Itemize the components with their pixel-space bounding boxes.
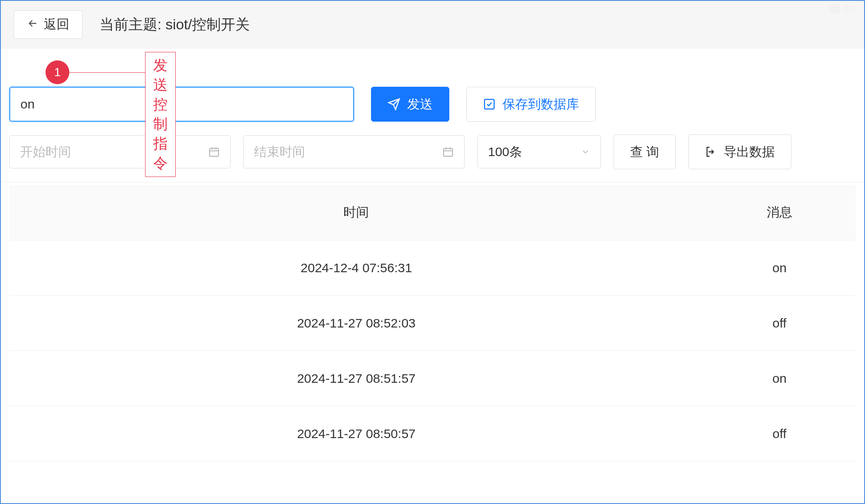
export-button[interactable]: 导出数据 [688, 134, 791, 169]
cell-time: 2024-11-27 08:50:57 [9, 427, 703, 441]
svg-rect-2 [210, 148, 219, 157]
table-row: 2024-11-27 08:50:57off [9, 406, 856, 461]
checkbox-icon [483, 98, 496, 111]
chevron-down-icon [581, 147, 590, 157]
calendar-icon [208, 146, 220, 158]
cell-message: off [703, 427, 856, 441]
send-icon [388, 98, 400, 111]
page-title: 当前主题: siot/控制开关 [100, 15, 250, 34]
cell-time: 2024-11-27 08:52:03 [9, 316, 703, 330]
query-button-label: 查 询 [630, 143, 659, 161]
watermark-text: DF [845, 3, 857, 14]
calendar-icon [442, 146, 454, 158]
end-date-placeholder: 结束时间 [254, 143, 305, 161]
start-date-placeholder: 开始时间 [20, 143, 71, 161]
message-header: 消息 [703, 204, 856, 221]
topic-prefix: 当前主题: [100, 16, 166, 32]
arrow-left-icon [27, 17, 39, 31]
filter-row: 开始时间 结束时间 100条 查 询 导出数据 [1, 130, 864, 182]
cell-message: off [703, 316, 856, 330]
table-row: 2024-12-4 07:56:31on [9, 240, 856, 296]
export-button-label: 导出数据 [724, 143, 775, 161]
watermark-logo: DF [829, 3, 857, 15]
start-date-input[interactable]: 开始时间 [9, 135, 231, 168]
limit-select-value: 100条 [488, 143, 522, 161]
command-input[interactable] [9, 87, 354, 122]
save-to-db-button[interactable]: 保存到数据库 [466, 87, 596, 122]
send-button-label: 发送 [407, 96, 433, 113]
data-table: 时间 消息 2024-12-4 07:56:31on2024-11-27 08:… [1, 185, 864, 461]
limit-select[interactable]: 100条 [477, 135, 601, 168]
cell-time: 2024-11-27 08:51:57 [9, 371, 703, 386]
table-header: 时间 消息 [9, 185, 856, 240]
cell-message: on [703, 261, 856, 275]
svg-point-0 [830, 4, 840, 14]
table-row: 2024-11-27 08:52:03off [9, 296, 856, 351]
command-row: 发送 保存到数据库 [1, 48, 864, 130]
time-header: 时间 [9, 204, 703, 221]
svg-rect-1 [485, 100, 494, 109]
svg-rect-3 [444, 148, 453, 157]
table-row: 2024-11-27 08:51:57on [9, 351, 856, 406]
query-button[interactable]: 查 询 [614, 134, 676, 169]
topic-value: siot/控制开关 [166, 16, 250, 32]
save-button-label: 保存到数据库 [502, 96, 579, 113]
send-button[interactable]: 发送 [371, 87, 449, 122]
cell-message: on [703, 371, 856, 386]
cell-time: 2024-12-4 07:56:31 [9, 261, 703, 275]
back-button[interactable]: 返回 [14, 10, 83, 39]
export-icon [705, 146, 717, 158]
header-bar: 返回 当前主题: siot/控制开关 [1, 1, 864, 48]
back-button-label: 返回 [44, 16, 69, 33]
end-date-input[interactable]: 结束时间 [243, 135, 465, 168]
